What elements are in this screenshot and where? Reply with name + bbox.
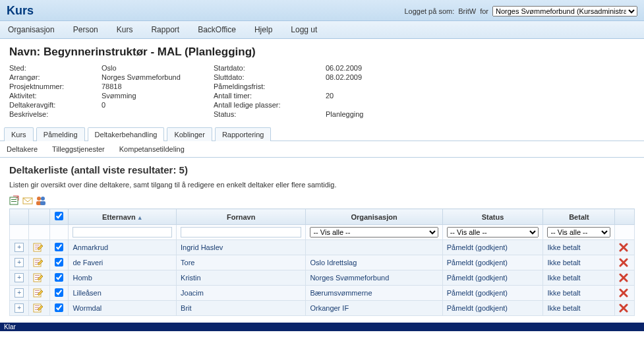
delete-icon[interactable] bbox=[619, 273, 630, 282]
betalt-cell: Ikke betalt bbox=[547, 289, 580, 297]
etternavn-cell[interactable]: de Faveri bbox=[73, 259, 103, 267]
org-cell[interactable]: Orkanger IF bbox=[310, 304, 349, 312]
org-cell[interactable]: Norges Svømmeforbund bbox=[310, 274, 389, 282]
tab-bar: Kurs Påmelding Deltakerbehandling Koblin… bbox=[0, 127, 644, 141]
tab-koblinger[interactable]: Koblinger bbox=[167, 127, 212, 141]
col-expand bbox=[10, 209, 29, 225]
svg-rect-1 bbox=[11, 199, 16, 200]
menu-kurs[interactable]: Kurs bbox=[117, 25, 133, 34]
expand-icon[interactable]: + bbox=[15, 258, 24, 267]
fornavn-cell[interactable]: Tore bbox=[181, 259, 194, 267]
betalt-cell: Ikke betalt bbox=[547, 274, 580, 282]
course-info-right: Startdato:06.02.2009 Sluttdato:08.02.200… bbox=[214, 64, 438, 118]
edit-icon[interactable] bbox=[33, 288, 45, 298]
filter-etternavn[interactable] bbox=[73, 227, 172, 237]
tab-deltakerbehandling[interactable]: Deltakerbehandling bbox=[88, 127, 165, 141]
svg-point-5 bbox=[41, 197, 45, 201]
prosjekt-value: 78818 bbox=[102, 82, 214, 90]
delete-icon[interactable] bbox=[619, 303, 630, 313]
username: BritW bbox=[458, 7, 476, 15]
menu-person[interactable]: Person bbox=[73, 25, 98, 34]
col-org[interactable]: Organisasjon bbox=[306, 209, 442, 225]
filter-fornavn[interactable] bbox=[181, 227, 301, 237]
startdato-label: Startdato: bbox=[214, 64, 326, 72]
timer-value: 20 bbox=[326, 92, 438, 100]
col-status[interactable]: Status bbox=[442, 209, 543, 225]
row-checkbox[interactable] bbox=[55, 303, 63, 312]
edit-icon[interactable] bbox=[33, 272, 45, 283]
org-select[interactable]: Norges Svømmeforbund (Kursadministrator) bbox=[492, 6, 637, 16]
col-betalt[interactable]: Betalt bbox=[543, 209, 615, 225]
tab-pamelding[interactable]: Påmelding bbox=[36, 127, 85, 141]
email-icon[interactable] bbox=[22, 195, 33, 206]
frist-value bbox=[326, 82, 438, 90]
org-cell[interactable]: Bærumsvømmerne bbox=[310, 289, 372, 297]
course-info: Sted:Oslo Arrangør:Norges Svømmeforbund … bbox=[9, 64, 635, 118]
col-edit bbox=[29, 209, 50, 225]
menu-loggut[interactable]: Logg ut bbox=[291, 25, 317, 34]
menu-backoffice[interactable]: BackOffice bbox=[198, 25, 236, 34]
filter-status[interactable]: -- Vis alle -- bbox=[447, 227, 539, 237]
svg-rect-0 bbox=[10, 197, 18, 205]
edit-icon[interactable] bbox=[33, 303, 45, 313]
menu-hjelp[interactable]: Hjelp bbox=[254, 25, 272, 34]
betalt-cell: Ikke betalt bbox=[547, 304, 580, 312]
filter-org[interactable]: -- Vis alle -- bbox=[310, 227, 438, 237]
list-desc: Listen gir oversikt over dine deltakere,… bbox=[9, 181, 635, 189]
col-fornavn[interactable]: Fornavn bbox=[177, 209, 306, 225]
course-panel: Navn: Begynnerinstruktør - MAL (Planlegg… bbox=[0, 39, 644, 127]
export-icon[interactable] bbox=[9, 195, 20, 206]
expand-icon[interactable]: + bbox=[15, 288, 24, 298]
etternavn-cell[interactable]: Wormdal bbox=[73, 304, 102, 312]
delete-icon[interactable] bbox=[619, 288, 630, 298]
filter-betalt[interactable]: -- Vis alle -- bbox=[547, 227, 610, 237]
select-all-checkbox[interactable] bbox=[55, 212, 63, 220]
svg-rect-13 bbox=[35, 260, 40, 261]
expand-icon[interactable]: + bbox=[15, 243, 24, 252]
expand-icon[interactable]: + bbox=[15, 303, 24, 313]
svg-rect-9 bbox=[35, 245, 40, 245]
status-label: Status: bbox=[214, 110, 326, 118]
status-bar: Klar bbox=[0, 323, 644, 331]
status-cell: Påmeldt (godkjent) bbox=[447, 259, 508, 267]
tab-rapportering[interactable]: Rapportering bbox=[215, 127, 272, 141]
timer-label: Antall timer: bbox=[214, 92, 326, 100]
sluttdato-label: Sluttdato: bbox=[214, 73, 326, 81]
betalt-cell: Ikke betalt bbox=[547, 259, 580, 267]
col-checkbox bbox=[50, 209, 69, 225]
users-icon[interactable] bbox=[36, 195, 46, 206]
tab-kurs[interactable]: Kurs bbox=[4, 127, 34, 141]
menu-organisasjon[interactable]: Organisasjon bbox=[8, 25, 55, 34]
subtab-kompetanse[interactable]: Kompetansetildeling bbox=[119, 145, 185, 153]
delete-icon[interactable] bbox=[619, 258, 630, 267]
app-header: Kurs Logget på som: BritW for Norges Svø… bbox=[0, 0, 644, 21]
etternavn-cell[interactable]: Anmarkrud bbox=[73, 243, 108, 251]
edit-icon[interactable] bbox=[33, 257, 45, 268]
table-row: +HombKristinNorges SvømmeforbundPåmeldt … bbox=[10, 270, 635, 286]
sluttdato-value: 08.02.2009 bbox=[326, 73, 438, 81]
betalt-cell: Ikke betalt bbox=[547, 243, 580, 251]
row-checkbox[interactable] bbox=[55, 273, 63, 282]
menu-rapport[interactable]: Rapport bbox=[151, 25, 179, 34]
expand-icon[interactable]: + bbox=[15, 273, 24, 282]
fornavn-cell[interactable]: Kristin bbox=[181, 274, 201, 282]
col-etternavn[interactable]: Etternavn▲ bbox=[69, 209, 177, 225]
subtab-bar: Deltakere Tilleggstjenester Kompetanseti… bbox=[0, 141, 644, 158]
course-info-left: Sted:Oslo Arrangør:Norges Svømmeforbund … bbox=[9, 64, 214, 118]
org-cell[interactable]: Oslo Idrettslag bbox=[310, 259, 357, 267]
edit-icon[interactable] bbox=[33, 242, 45, 253]
row-checkbox[interactable] bbox=[55, 288, 63, 297]
etternavn-cell[interactable]: Homb bbox=[73, 274, 92, 282]
row-checkbox[interactable] bbox=[55, 243, 63, 251]
row-checkbox[interactable] bbox=[55, 258, 63, 267]
fornavn-cell[interactable]: Joacim bbox=[181, 289, 204, 297]
svg-rect-21 bbox=[35, 290, 40, 291]
subtab-deltakere[interactable]: Deltakere bbox=[7, 145, 38, 153]
delete-icon[interactable] bbox=[619, 243, 630, 252]
fornavn-cell[interactable]: Brit bbox=[181, 304, 192, 312]
aktivitet-label: Aktivitet: bbox=[9, 92, 102, 100]
etternavn-cell[interactable]: Lilleåsen bbox=[73, 289, 101, 297]
fornavn-cell[interactable]: Ingrid Haslev bbox=[181, 243, 223, 251]
status-cell: Påmeldt (godkjent) bbox=[447, 243, 508, 251]
subtab-tillegg[interactable]: Tilleggstjenester bbox=[52, 145, 105, 153]
